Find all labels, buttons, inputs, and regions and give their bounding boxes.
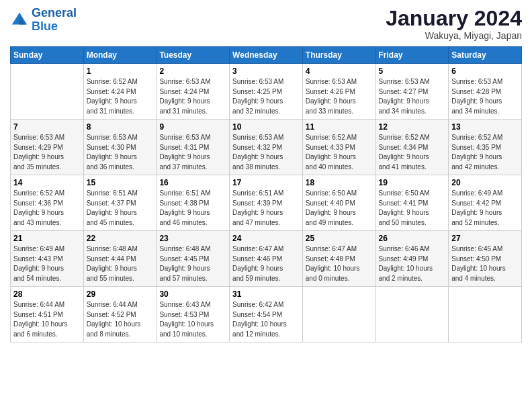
calendar-week: 28Sunrise: 6:44 AM Sunset: 4:51 PM Dayli… <box>11 287 522 342</box>
day-info: Sunrise: 6:53 AM Sunset: 4:24 PM Dayligh… <box>159 77 226 116</box>
calendar-table: SundayMondayTuesdayWednesdayThursdayFrid… <box>10 46 522 342</box>
calendar-cell <box>449 287 522 342</box>
day-number: 20 <box>451 178 519 187</box>
calendar-cell: 5Sunrise: 6:53 AM Sunset: 4:27 PM Daylig… <box>375 64 449 120</box>
day-info: Sunrise: 6:52 AM Sunset: 4:24 PM Dayligh… <box>87 77 154 116</box>
calendar-cell: 3Sunrise: 6:53 AM Sunset: 4:25 PM Daylig… <box>230 64 303 120</box>
day-info: Sunrise: 6:46 AM Sunset: 4:49 PM Dayligh… <box>379 244 446 283</box>
day-info: Sunrise: 6:44 AM Sunset: 4:51 PM Dayligh… <box>13 300 81 339</box>
calendar-cell: 21Sunrise: 6:49 AM Sunset: 4:43 PM Dayli… <box>11 231 84 287</box>
day-number: 12 <box>379 122 446 132</box>
calendar-cell: 8Sunrise: 6:53 AM Sunset: 4:30 PM Daylig… <box>83 120 157 175</box>
day-number: 3 <box>232 66 300 76</box>
calendar-cell: 15Sunrise: 6:51 AM Sunset: 4:37 PM Dayli… <box>83 175 157 231</box>
calendar-cell: 12Sunrise: 6:52 AM Sunset: 4:34 PM Dayli… <box>375 120 449 175</box>
day-number: 21 <box>13 234 81 243</box>
calendar-cell: 13Sunrise: 6:52 AM Sunset: 4:35 PM Dayli… <box>449 120 522 175</box>
day-info: Sunrise: 6:53 AM Sunset: 4:25 PM Dayligh… <box>232 77 300 116</box>
day-info: Sunrise: 6:53 AM Sunset: 4:28 PM Dayligh… <box>451 77 519 116</box>
calendar-week: 14Sunrise: 6:52 AM Sunset: 4:36 PM Dayli… <box>11 175 522 231</box>
calendar-week: 21Sunrise: 6:49 AM Sunset: 4:43 PM Dayli… <box>11 231 522 287</box>
calendar-cell: 20Sunrise: 6:49 AM Sunset: 4:42 PM Dayli… <box>449 175 522 231</box>
day-number: 24 <box>232 234 300 243</box>
day-info: Sunrise: 6:50 AM Sunset: 4:41 PM Dayligh… <box>379 189 446 228</box>
day-number: 4 <box>306 66 373 76</box>
header-day: Wednesday <box>230 47 303 64</box>
calendar-cell: 14Sunrise: 6:52 AM Sunset: 4:36 PM Dayli… <box>11 175 84 231</box>
day-number: 16 <box>159 178 226 187</box>
day-number: 28 <box>13 289 81 299</box>
day-info: Sunrise: 6:43 AM Sunset: 4:53 PM Dayligh… <box>159 300 226 339</box>
day-number: 31 <box>232 289 300 299</box>
calendar-cell: 29Sunrise: 6:44 AM Sunset: 4:52 PM Dayli… <box>83 287 157 342</box>
calendar-cell: 10Sunrise: 6:53 AM Sunset: 4:32 PM Dayli… <box>230 120 303 175</box>
calendar-cell: 31Sunrise: 6:42 AM Sunset: 4:54 PM Dayli… <box>230 287 303 342</box>
calendar-cell <box>375 287 449 342</box>
calendar-cell: 30Sunrise: 6:43 AM Sunset: 4:53 PM Dayli… <box>157 287 230 342</box>
day-info: Sunrise: 6:47 AM Sunset: 4:46 PM Dayligh… <box>232 244 300 283</box>
day-info: Sunrise: 6:48 AM Sunset: 4:44 PM Dayligh… <box>87 244 154 283</box>
day-number: 1 <box>87 66 154 76</box>
calendar-cell: 24Sunrise: 6:47 AM Sunset: 4:46 PM Dayli… <box>230 231 303 287</box>
day-number: 5 <box>379 66 446 76</box>
header: General Blue January 2024 Wakuya, Miyagi… <box>10 7 522 41</box>
day-number: 15 <box>87 178 154 187</box>
logo-icon <box>10 11 29 30</box>
day-number: 29 <box>87 289 154 299</box>
day-info: Sunrise: 6:49 AM Sunset: 4:42 PM Dayligh… <box>451 189 519 228</box>
day-number: 11 <box>306 122 373 132</box>
day-number: 30 <box>159 289 226 299</box>
header-day: Sunday <box>11 47 84 64</box>
day-info: Sunrise: 6:53 AM Sunset: 4:32 PM Dayligh… <box>232 133 300 172</box>
day-number: 6 <box>451 66 519 76</box>
day-info: Sunrise: 6:52 AM Sunset: 4:33 PM Dayligh… <box>306 133 373 172</box>
day-info: Sunrise: 6:48 AM Sunset: 4:45 PM Dayligh… <box>159 244 226 283</box>
day-number: 9 <box>159 122 226 132</box>
header-day: Monday <box>83 47 157 64</box>
day-info: Sunrise: 6:51 AM Sunset: 4:38 PM Dayligh… <box>159 189 226 228</box>
logo-line1: General <box>32 6 77 19</box>
day-info: Sunrise: 6:53 AM Sunset: 4:27 PM Dayligh… <box>379 77 446 116</box>
calendar-cell <box>302 287 375 342</box>
day-number: 22 <box>87 234 154 243</box>
day-number: 8 <box>87 122 154 132</box>
day-info: Sunrise: 6:50 AM Sunset: 4:40 PM Dayligh… <box>306 189 373 228</box>
day-info: Sunrise: 6:42 AM Sunset: 4:54 PM Dayligh… <box>232 300 300 339</box>
header-day: Thursday <box>302 47 375 64</box>
logo-name: General Blue <box>32 7 77 34</box>
day-info: Sunrise: 6:52 AM Sunset: 4:36 PM Dayligh… <box>13 189 81 228</box>
title-block: January 2024 Wakuya, Miyagi, Japan <box>386 7 522 41</box>
day-number: 10 <box>232 122 300 132</box>
day-number: 13 <box>451 122 519 132</box>
day-info: Sunrise: 6:53 AM Sunset: 4:29 PM Dayligh… <box>13 133 81 172</box>
calendar-cell: 1Sunrise: 6:52 AM Sunset: 4:24 PM Daylig… <box>83 64 157 120</box>
calendar-cell <box>11 64 84 120</box>
day-info: Sunrise: 6:53 AM Sunset: 4:31 PM Dayligh… <box>159 133 226 172</box>
day-number: 26 <box>379 234 446 243</box>
day-number: 7 <box>13 122 81 132</box>
header-day: Saturday <box>449 47 522 64</box>
day-info: Sunrise: 6:52 AM Sunset: 4:34 PM Dayligh… <box>379 133 446 172</box>
day-number: 19 <box>379 178 446 187</box>
calendar-cell: 17Sunrise: 6:51 AM Sunset: 4:39 PM Dayli… <box>230 175 303 231</box>
day-number: 23 <box>159 234 226 243</box>
calendar-cell: 28Sunrise: 6:44 AM Sunset: 4:51 PM Dayli… <box>11 287 84 342</box>
page: General Blue January 2024 Wakuya, Miyagi… <box>0 0 532 411</box>
day-info: Sunrise: 6:51 AM Sunset: 4:37 PM Dayligh… <box>87 189 154 228</box>
calendar-cell: 25Sunrise: 6:47 AM Sunset: 4:48 PM Dayli… <box>302 231 375 287</box>
calendar-cell: 26Sunrise: 6:46 AM Sunset: 4:49 PM Dayli… <box>375 231 449 287</box>
calendar-cell: 22Sunrise: 6:48 AM Sunset: 4:44 PM Dayli… <box>83 231 157 287</box>
day-info: Sunrise: 6:52 AM Sunset: 4:35 PM Dayligh… <box>451 133 519 172</box>
day-number: 27 <box>451 234 519 243</box>
calendar-cell: 11Sunrise: 6:52 AM Sunset: 4:33 PM Dayli… <box>302 120 375 175</box>
day-number: 17 <box>232 178 300 187</box>
header-row: SundayMondayTuesdayWednesdayThursdayFrid… <box>11 47 522 64</box>
logo-line2: Blue <box>32 19 58 33</box>
calendar-cell: 6Sunrise: 6:53 AM Sunset: 4:28 PM Daylig… <box>449 64 522 120</box>
header-day: Friday <box>375 47 449 64</box>
calendar-cell: 16Sunrise: 6:51 AM Sunset: 4:38 PM Dayli… <box>157 175 230 231</box>
day-info: Sunrise: 6:53 AM Sunset: 4:30 PM Dayligh… <box>87 133 154 172</box>
day-number: 18 <box>306 178 373 187</box>
calendar-week: 1Sunrise: 6:52 AM Sunset: 4:24 PM Daylig… <box>11 64 522 120</box>
day-info: Sunrise: 6:44 AM Sunset: 4:52 PM Dayligh… <box>87 300 154 339</box>
